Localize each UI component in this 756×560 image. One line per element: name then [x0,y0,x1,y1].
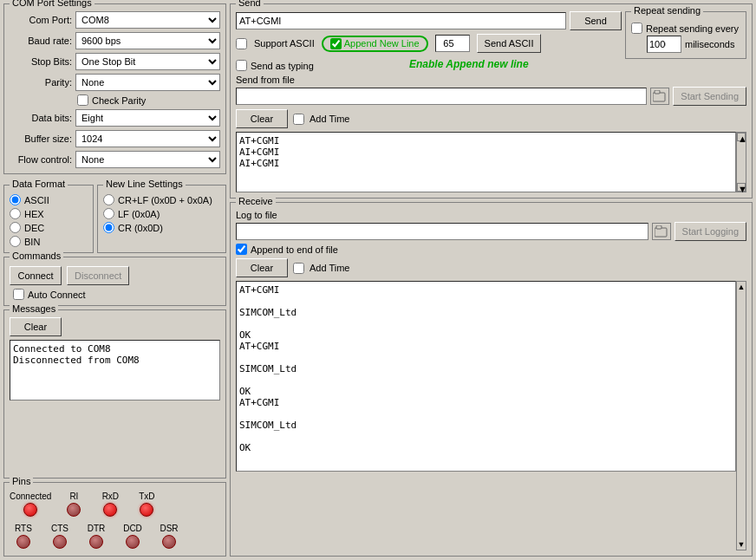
pin-cts: CTS [46,524,74,549]
check-parity-label: Check Parity [92,95,146,106]
send-clear-button[interactable]: Clear [236,109,288,128]
pin-connected: Connected [10,492,51,517]
led-dcd [126,535,140,549]
flow-control-label: Flow control: [10,154,72,165]
led-txd [140,503,153,517]
led-dtr [89,535,103,549]
data-bits-select[interactable]: Eight [75,109,220,127]
send-add-time-checkbox[interactable] [293,114,304,125]
repeat-ms-input[interactable] [647,36,681,53]
receive-log-textarea[interactable]: AT+CGMI SIMCOM_Ltd OK AT+CGMI SIMCOM_Ltd… [236,281,736,472]
new-line-settings-title: New Line Settings [103,179,186,189]
data-format-title: Data Format [10,179,68,189]
bin-radio[interactable] [10,236,21,247]
send-as-typing-label: Send as typing [251,61,314,71]
ascii-label: ASCII [24,195,49,205]
svg-rect-1 [655,90,660,94]
crlf-radio[interactable] [103,194,114,205]
com-port-select[interactable]: COM8 [75,11,220,29]
support-ascii-checkbox[interactable] [236,38,247,49]
log-file-input[interactable] [236,223,648,240]
append-new-line-option: Append New Line [322,36,428,52]
stop-bits-label: Stop Bits: [10,56,72,67]
data-bits-label: Data bits: [10,113,72,123]
append-new-line-checkbox[interactable] [330,38,342,49]
pin-ri: RI [60,492,88,517]
repeat-sending-title: Repeat sending [631,5,703,16]
support-ascii-label: Support ASCII [254,38,315,49]
append-to-end-checkbox[interactable] [236,244,247,255]
ascii-radio[interactable] [10,194,21,205]
led-ri [67,503,81,517]
send-command-input[interactable] [236,12,566,29]
send-file-input[interactable] [236,88,647,105]
messages-title: Messages [10,303,58,314]
led-rxd [103,503,117,517]
pin-rxd: RxD [96,492,124,517]
parity-select[interactable]: None [75,74,220,91]
pin-txd: TxD [133,492,160,517]
dec-label: DEC [24,223,44,233]
append-new-line-label: Append New Line [344,38,420,49]
milliseconds-label: miliseconds [685,39,734,49]
commands-title: Commands [10,251,63,261]
com-port-settings-title: COM Port Settings [10,0,94,8]
messages-textarea[interactable]: Connected to COM8 Disconnected from COM8 [10,340,220,400]
led-cts [53,535,67,549]
send-file-browse-button[interactable] [650,88,669,105]
start-sending-button[interactable]: Start Sending [673,87,746,106]
append-to-end-label: Append to end of file [251,244,338,255]
pin-dtr: DTR [82,524,110,549]
receive-scrollbar[interactable]: ▲ ▼ [736,281,746,550]
send-scrollbar[interactable]: ▲ ▼ [736,132,746,192]
cr-radio[interactable] [103,222,114,233]
repeat-sending-checkbox[interactable] [631,23,642,34]
send-log-textarea[interactable]: AT+CGMI AI+CGMI AI+CGMI [236,132,736,192]
receive-title: Receive [236,196,276,206]
pin-dsr: DSR [155,524,183,549]
lf-radio[interactable] [103,208,114,219]
annotation-text: Enable Append new line [409,58,529,70]
send-title: Send [236,0,264,8]
send-add-time-label: Add Time [310,114,349,124]
log-to-file-label: Log to file [236,210,277,220]
lf-label: LF (0x0A) [118,209,160,219]
bin-label: BIN [24,237,40,247]
cr-label: CR (0x0D) [118,223,163,233]
hex-label: HEX [24,209,44,219]
send-from-file-label: Send from file [236,75,295,85]
svg-rect-3 [656,225,662,229]
log-file-browse-button[interactable] [652,223,671,240]
start-logging-button[interactable]: Start Logging [675,222,746,241]
auto-connect-label: Auto Connect [28,290,86,300]
receive-clear-button[interactable]: Clear [236,258,288,277]
dec-radio[interactable] [10,222,21,233]
check-parity-checkbox[interactable] [77,94,88,106]
led-connected [23,503,37,517]
pin-rts: RTS [10,524,37,549]
led-rts [16,535,30,549]
disconnect-button[interactable]: Disconnect [67,266,129,285]
auto-connect-checkbox[interactable] [13,289,24,300]
crlf-label: CR+LF (0x0D + 0x0A) [118,195,212,205]
pin-dcd: DCD [119,524,147,549]
led-dsr [162,535,176,549]
flow-control-select[interactable]: None [75,151,220,168]
pins-title: Pins [10,476,33,486]
com-port-label: Com Port: [10,15,72,25]
num-input[interactable] [435,35,470,52]
buffer-size-select[interactable]: 1024 [75,130,220,147]
messages-clear-button[interactable]: Clear [10,317,62,336]
buffer-size-label: Buffer size: [10,133,72,144]
baud-rate-select[interactable]: 9600 bps [75,32,220,49]
send-as-typing-checkbox[interactable] [236,60,247,71]
connect-button[interactable]: Connect [10,266,62,285]
hex-radio[interactable] [10,208,21,219]
stop-bits-select[interactable]: One Stop Bit [75,53,220,70]
receive-add-time-checkbox[interactable] [293,263,304,274]
baud-rate-label: Baud rate: [10,36,72,46]
send-ascii-button[interactable]: Send ASCII [477,34,542,53]
send-button[interactable]: Send [570,11,622,30]
parity-label: Parity: [10,77,72,88]
repeat-every-label: Repeat sending every [646,23,739,34]
